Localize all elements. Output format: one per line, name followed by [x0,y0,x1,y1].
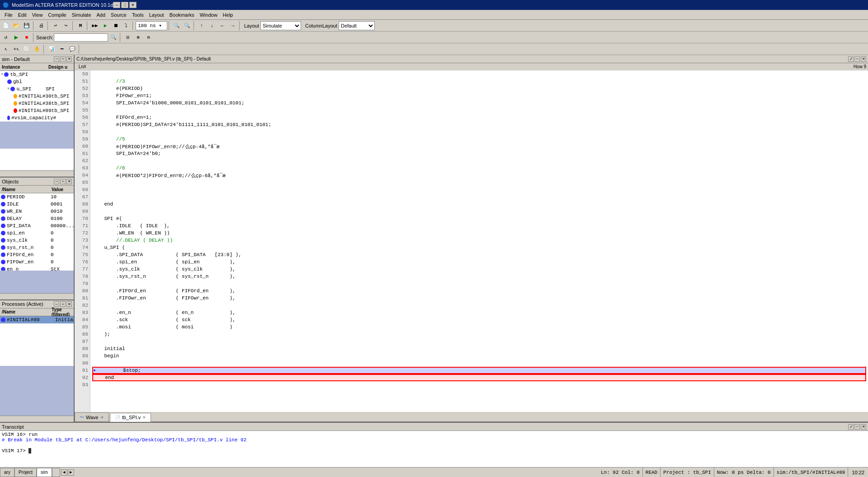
sim-close-btn[interactable]: ✕ [66,56,72,62]
save-btn[interactable]: 💾 [22,21,32,31]
code-minimize-btn[interactable]: ─ [854,56,860,62]
bottom-tab-project[interactable]: Project [14,468,37,477]
print-btn[interactable]: 🖨 [36,21,46,31]
code-close-btn[interactable]: ✕ [861,56,866,62]
menu-item-window[interactable]: Window [197,11,220,19]
wave-down-btn[interactable]: ↓ [207,21,217,31]
signal-add-btn[interactable]: 📊 [47,44,57,54]
tab-tb-spi[interactable]: 📄 tb_SPI.v ✕ [110,413,151,422]
maximize-button[interactable]: □ [121,2,128,8]
sim-break-btn[interactable]: ■ [22,33,32,42]
obj-close-btn[interactable]: ✕ [66,179,72,184]
scroll-left-btn[interactable]: ◀ [61,469,67,476]
open-btn[interactable]: 📂 [11,21,21,31]
redo-btn[interactable]: ↪ [61,21,71,31]
search-input[interactable] [54,33,108,42]
obj-minimize-btn[interactable]: ─ [54,179,59,184]
search-go-btn[interactable]: 🔍 [108,33,118,42]
sim-tree-item[interactable]: ▼ u_SPI SPI [0,85,74,93]
zoom-out2-btn[interactable]: ⊖ [144,33,154,42]
run-all-btn[interactable]: ▶▶ [90,21,100,31]
run-btn[interactable]: ▶ [100,21,110,31]
column-layout-select[interactable]: Default [339,21,375,30]
objects-row[interactable]: IDLE0001 [0,201,74,208]
sim-tree-item[interactable]: gbl [0,78,74,85]
menu-item-source[interactable]: Source [108,11,129,19]
objects-row[interactable]: DELAY0100 [0,215,74,222]
objects-row[interactable]: FIFOwr_en0 [0,258,74,266]
process-row[interactable]: #INITIAL#89 Initial [0,316,74,323]
transcript-close-btn[interactable]: ✕ [861,424,866,430]
time-dropdown[interactable]: 100 ns ▾ [136,21,167,30]
transcript-expand-btn[interactable]: ⤢ [848,424,854,430]
obj-hscroll[interactable] [0,293,74,299]
wave-up-btn[interactable]: ↑ [197,21,207,31]
objects-row[interactable]: en_nStX [0,266,74,270]
transcript-content[interactable]: VSIM 16> run # Break in Module tb_SPI at… [0,431,868,467]
wave-right-btn[interactable]: → [228,21,238,31]
bottom-tab-extra[interactable] [52,468,60,477]
menu-item-layout[interactable]: Layout [146,11,167,19]
sim-tree-item[interactable]: ▼ tb_SPI [0,71,74,78]
zoom-in2-btn[interactable]: ⊕ [133,33,143,42]
new-btn[interactable]: 📄 [1,21,11,31]
menu-item-view[interactable]: View [29,11,46,19]
sim-tree-item[interactable]: #vsim_capacity# [0,114,74,122]
sim-plus-btn[interactable]: + [60,56,66,62]
close-button[interactable]: ✕ [129,2,137,8]
sim-tree-item[interactable]: #INITIAL#38 tb_SPI [0,100,74,107]
sim-tree-item[interactable]: #INITIAL#89 tb_SPI [0,107,74,114]
objects-row[interactable]: SPI_DATA00000... [0,222,74,229]
proc-minimize-btn[interactable]: ─ [54,301,59,307]
wave-left-btn[interactable]: ← [217,21,227,31]
proc-close-btn[interactable]: ✕ [66,301,72,307]
sim-tree[interactable]: ▼ tb_SPI gbl ▼ u_SPI SPI [0,71,74,170]
menu-item-help[interactable]: Help [220,11,236,19]
proc-hscroll[interactable] [0,416,74,422]
sim-tree-item[interactable]: #INITIAL#30 tb_SPI [0,93,74,100]
stop-btn[interactable]: ⏹ [111,21,121,31]
undo-btn[interactable]: ↩ [51,21,61,31]
wave-tab-close[interactable]: ✕ [100,415,104,420]
zoom-in-btn[interactable]: 🔍 [172,21,182,31]
zoom-region-btn[interactable]: ⬜ [22,44,32,54]
objects-tree[interactable]: PERIOD10IDLE0001WR_EN0010DELAY0100SPI_DA… [0,193,74,270]
menu-item-bookmarks[interactable]: Bookmarks [167,11,197,19]
compile-btn[interactable]: M [75,21,85,31]
proc-plus-btn[interactable]: + [60,301,66,307]
sim-restart-btn[interactable]: ↺ [1,33,11,42]
cursor-btn[interactable]: ↖ [1,44,11,54]
menu-item-file[interactable]: File [2,11,15,19]
menu-item-tools[interactable]: Tools [129,11,146,19]
step-btn[interactable]: ⤵ [121,21,131,31]
transcript-minimize-btn[interactable]: ─ [854,424,860,430]
pan-btn[interactable]: ✋ [32,44,42,54]
menu-item-compile[interactable]: Compile [45,11,69,19]
comment-btn[interactable]: 💬 [67,44,77,54]
menu-item-simulate[interactable]: Simulate [69,11,94,19]
add-cursor-btn[interactable]: +↖ [11,44,21,54]
minimize-button[interactable]: ─ [113,2,120,8]
processes-tree[interactable]: #INITIAL#89 Initial [0,316,74,366]
bottom-tab-sim[interactable]: sim [37,468,52,477]
layout-select[interactable]: Simulate [260,21,301,30]
objects-row[interactable]: FIFOrd_en0 [0,251,74,258]
bottom-tab-ary[interactable]: ary [0,468,14,477]
scroll-right-btn[interactable]: ▶ [68,469,74,476]
code-body[interactable]: 5051525354555657585960616263646566676869… [75,70,868,412]
code-expand-btn[interactable]: ⤢ [848,56,854,62]
objects-row[interactable]: sys_rst_n0 [0,244,74,251]
objects-row[interactable]: spi_en0 [0,229,74,237]
objects-row[interactable]: sys_clk0 [0,237,74,244]
objects-row[interactable]: WR_EN0010 [0,208,74,215]
sim-hscroll[interactable] [0,170,74,177]
zoom-out-btn[interactable]: 🔍 [182,21,192,31]
sim-run-btn[interactable]: ▶ [11,33,21,42]
objects-row[interactable]: PERIOD10 [0,193,74,201]
divider-btn[interactable]: ━ [57,44,67,54]
zoom-fit-btn[interactable]: ⊡ [123,33,133,42]
menu-item-add[interactable]: Add [94,11,108,19]
tb-spi-tab-close[interactable]: ✕ [142,415,146,420]
tab-wave[interactable]: 〜 Wave ✕ [75,412,109,421]
obj-plus-btn[interactable]: + [60,179,66,184]
